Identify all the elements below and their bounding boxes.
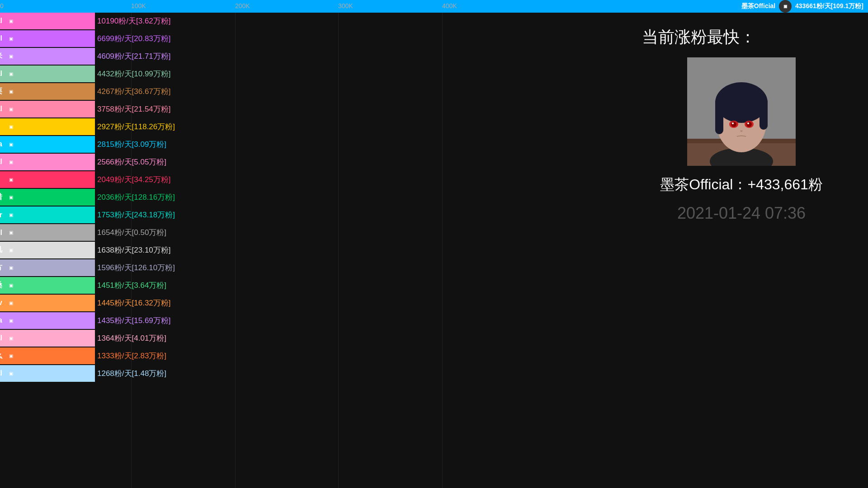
bar-stats: 2815粉/天[3.09万粉] [97, 139, 166, 150]
bar-label: 雪狐桑 [0, 281, 2, 290]
bar-stats: 6699粉/天[20.83万粉] [97, 33, 171, 44]
bar-label: 祖娅纳惜 [0, 192, 2, 202]
bar-label: 悠亚Yua [0, 140, 2, 149]
bar-label: 子Official [0, 157, 2, 167]
right-panel: 当前涨粉最快： [615, 13, 868, 488]
bar-label: 今天吃什么 [0, 351, 2, 361]
bar-avatar: ▣ [4, 296, 18, 310]
bar-fill: 今天吃什么▣ [0, 347, 95, 364]
bar-avatar: ▣ [4, 14, 18, 28]
bar-avatar: ▣ [4, 102, 18, 117]
bar-stats: 4432粉/天[10.99万粉] [97, 69, 171, 79]
bar-row: くofficial▣1268粉/天[1.48万粉] [0, 365, 298, 382]
bar-fill: 雪狐桑▣ [0, 277, 95, 294]
x-gridline [442, 13, 443, 488]
bar-row: 祖娅纳惜▣2036粉/天[128.16万粉] [0, 189, 298, 206]
bars-container: 奇Official▣10190粉/天[3.62万粉]蕾莎Channel▣6699… [0, 13, 298, 488]
bar-fill: 鸣米▣ [0, 48, 95, 65]
bar-avatar: ▣ [4, 49, 18, 64]
bar-avatar: ▣ [4, 366, 18, 381]
bar-row: 若雅 shanoa▣1435粉/天[15.69万粉] [0, 312, 298, 329]
bar-fill: 早稻叽▣ [0, 242, 95, 258]
bar-stats: 1445粉/天[16.32万粉] [97, 298, 171, 308]
bar-stats: 1435粉/天[15.69万粉] [97, 315, 171, 326]
bar-label: 汐Official [0, 104, 2, 114]
x-axis-label: 0 [0, 2, 4, 9]
svg-point-12 [731, 122, 736, 127]
bar-stats: 2049粉/天[34.25万粉] [97, 174, 171, 185]
bar-fill: 咋栗▣ [0, 83, 95, 100]
bar-fill: Channel官方▣ [0, 259, 95, 276]
bar-label: くofficial [0, 369, 2, 378]
x-axis-label: 400K [442, 2, 457, 9]
bar-avatar: ▣ [4, 155, 18, 169]
bar-row: 鸣米▣4609粉/天[21.71万粉] [0, 48, 298, 65]
bar-avatar: ▣ [4, 208, 18, 222]
bar-row: Channel官方▣1596粉/天[126.10万粉] [0, 259, 298, 276]
bar-stats: 10190粉/天[3.62万粉] [97, 16, 171, 26]
bar-stats: 1753粉/天[243.18万粉] [97, 210, 175, 220]
bar-stats: 2566粉/天[5.05万粉] [97, 157, 166, 167]
bar-stats: 2927粉/天[118.26万粉] [97, 122, 175, 132]
bar-label: りOfficial [0, 333, 2, 343]
bar-label: 敌Official [0, 69, 2, 79]
bar-avatar: ▣ [4, 349, 18, 363]
bar-fill: 悠亚Yua▣ [0, 136, 95, 153]
bar-avatar: ▣ [4, 278, 18, 293]
bar-fill: 子Official▣ [0, 154, 95, 170]
bar-stats: 4267粉/天[36.67万粉] [97, 86, 171, 97]
bar-fill: 桑大红花、▣ [0, 171, 95, 188]
bar-fill: 敌Official▣ [0, 66, 95, 82]
bar-row: 桑大红花、▣2049粉/天[34.25万粉] [0, 171, 298, 188]
bar-fill: 奇Official▣ [0, 13, 95, 29]
bar-avatar: ▣ [4, 225, 18, 240]
x-gridline [338, 13, 339, 488]
bar-row: 汐Official▣3758粉/天[21.54万粉] [0, 101, 298, 117]
bar-stats: 1268粉/天[1.48万粉] [97, 368, 166, 379]
bar-label: 奇Official [0, 16, 2, 26]
featured-avatar [687, 57, 796, 166]
bar-avatar: ▣ [4, 67, 18, 81]
bar-row: 多多poi、▣2927粉/天[118.26万粉] [0, 118, 298, 135]
bar-stats: 1364粉/天[4.01万粉] [97, 333, 166, 343]
bar-label: v猫诺v [0, 298, 2, 308]
bar-label: 若雅 shanoa [0, 316, 2, 325]
bar-fill: 祖娅纳惜▣ [0, 189, 95, 206]
bar-stats: 3758粉/天[21.54万粉] [97, 104, 171, 114]
bar-row: りOfficial▣1364粉/天[4.01万粉] [0, 330, 298, 347]
bar-label: 多多poi、 [0, 122, 2, 131]
bar-row: hanser▣1753粉/天[243.18万粉] [0, 206, 298, 223]
bar-label: wQ_Channel [0, 229, 2, 237]
bar-stats: 2036粉/天[128.16万粉] [97, 192, 175, 202]
bar-stats: 1638粉/天[23.10万粉] [97, 245, 171, 255]
x-axis-label: 100K [131, 2, 146, 9]
bar-avatar: ▣ [4, 190, 18, 205]
bar-fill: 多多poi、▣ [0, 118, 95, 135]
bar-avatar: ▣ [4, 243, 18, 258]
bar-row: 子Official▣2566粉/天[5.05万粉] [0, 154, 298, 170]
bar-row: 敌Official▣4432粉/天[10.99万粉] [0, 66, 298, 82]
bar-stats: 1451粉/天[3.64万粉] [97, 280, 166, 291]
bar-label: hanser [0, 211, 2, 219]
bar-stats: 4609粉/天[21.71万粉] [97, 51, 171, 61]
svg-point-13 [746, 122, 752, 127]
bar-row: 蕾莎Channel▣6699粉/天[20.83万粉] [0, 30, 298, 47]
bar-avatar: ▣ [4, 32, 18, 46]
bar-label: 早稻叽 [0, 245, 2, 255]
bar-avatar: ▣ [4, 314, 18, 328]
featured-name: 墨茶Official：+433,661粉 [660, 175, 823, 195]
bar-stats: 1654粉/天[0.50万粉] [97, 227, 166, 238]
bar-fill: くofficial▣ [0, 365, 95, 382]
bar-fill: v猫诺v▣ [0, 295, 95, 311]
bar-avatar: ▣ [4, 84, 18, 99]
bar-label: 鸣米 [0, 52, 2, 61]
x-axis-label: 200K [235, 2, 250, 9]
bar-row: wQ_Channel▣1654粉/天[0.50万粉] [0, 224, 298, 241]
bar-avatar: ▣ [4, 331, 18, 346]
x-axis-label: 300K [338, 2, 353, 9]
bar-fill: 若雅 shanoa▣ [0, 312, 95, 329]
bar-row: 奇Official▣10190粉/天[3.62万粉] [0, 13, 298, 29]
bar-avatar: ▣ [4, 173, 18, 187]
bar-row: 早稻叽▣1638粉/天[23.10万粉] [0, 242, 298, 258]
x-axis: 0100K200K300K400K [0, 0, 868, 13]
